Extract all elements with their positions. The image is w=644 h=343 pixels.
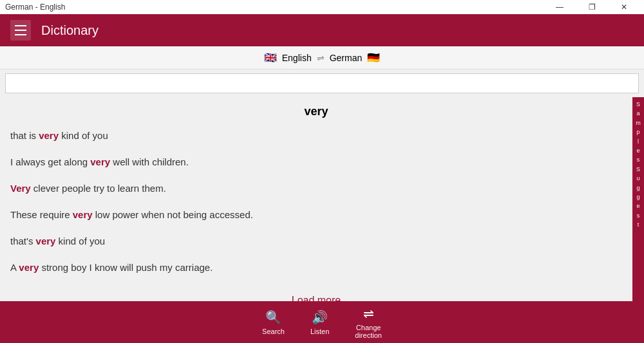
highlighted-word: very [73,209,93,220]
search-toolbar-button[interactable]: 🔍 Search [262,310,285,335]
sentences-container: that is very kind of youI always get alo… [10,129,622,274]
highlighted-word: very [39,130,59,141]
uk-flag-icon: 🇬🇧 [264,51,277,64]
target-language: German [330,53,363,63]
app-title: Dictionary [41,23,99,38]
sentence: I always get along very well with childr… [10,155,622,169]
close-button[interactable]: ✕ [609,0,639,14]
title-bar-controls: — ❐ ✕ [545,0,639,14]
language-bar: 🇬🇧 English ⇌ German 🇩🇪 [0,46,644,70]
change-direction-toolbar-icon: ⇌ [363,306,374,321]
sidebar-letters: SamplesSuggest [636,100,641,229]
sidebar-letter[interactable]: l [636,137,641,146]
change-direction-toolbar-label: Changedirection [355,324,382,339]
hamburger-icon [15,34,26,35]
sidebar-letter[interactable]: a [636,109,641,118]
de-flag-icon: 🇩🇪 [367,51,380,64]
minimize-button[interactable]: — [545,0,574,14]
source-language: English [282,53,312,63]
sidebar-letter[interactable]: S [636,165,641,174]
change-direction-toolbar-button[interactable]: ⇌ Changedirection [355,306,382,339]
title-bar-text: German - English [5,3,65,12]
main-content: very that is very kind of youI always ge… [0,97,644,301]
sidebar-letter[interactable]: t [636,220,641,229]
title-bar: German - English — ❐ ✕ [0,0,644,14]
highlighted-word: Very [10,183,31,194]
content-area: very that is very kind of youI always ge… [0,97,632,301]
sidebar-letter[interactable]: e [636,146,641,155]
app-header: Dictionary [0,14,644,46]
right-sidebar: SamplesSuggest [632,97,644,301]
listen-toolbar-icon: 🔊 [312,310,328,325]
sentence: Very clever people try to learn them. [10,181,622,195]
listen-toolbar-label: Listen [310,328,329,335]
search-toolbar-icon: 🔍 [265,310,281,325]
sentence: that's very kind of you [10,234,622,248]
sidebar-letter[interactable]: u [636,174,641,183]
bottom-toolbar: 🔍 Search 🔊 Listen ⇌ Changedirection [0,301,644,343]
highlighted-word: very [19,262,39,273]
listen-toolbar-button[interactable]: 🔊 Listen [310,310,329,335]
load-more-button[interactable]: Load more [10,287,622,301]
sentence: These require very low power when not be… [10,208,622,221]
sidebar-letter[interactable]: S [636,100,641,109]
hamburger-icon [15,25,26,26]
highlighted-word: very [36,236,56,246]
search-toolbar-label: Search [262,328,285,335]
sidebar-letter[interactable]: g [636,183,641,192]
hamburger-icon [15,30,26,31]
language-arrows-icon[interactable]: ⇌ [317,53,325,63]
sentence: A very strong boy I know will push my ca… [10,261,622,274]
sentence: that is very kind of you [10,129,622,142]
restore-button[interactable]: ❐ [577,0,607,14]
sidebar-letter[interactable]: g [636,192,641,201]
sidebar-letter[interactable]: s [636,155,641,164]
highlighted-word: very [90,156,110,167]
hamburger-button[interactable] [10,20,31,41]
search-input[interactable]: very [5,73,639,93]
sidebar-letter[interactable]: m [636,118,641,127]
sidebar-letter[interactable]: p [636,127,641,136]
word-title: very [10,105,622,118]
sidebar-letter[interactable]: s [636,211,641,220]
sidebar-letter[interactable]: e [636,201,641,210]
